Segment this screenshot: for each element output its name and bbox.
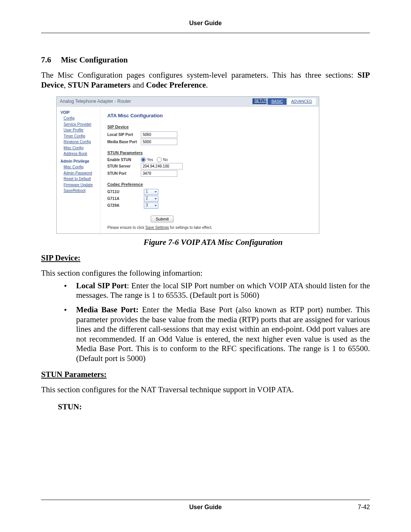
stun-server-input[interactable] bbox=[141, 163, 183, 169]
stun-head: STUN Parameters bbox=[107, 150, 315, 155]
footer-rule bbox=[41, 500, 370, 500]
g711a-select[interactable]: 2 bbox=[144, 196, 158, 202]
stun-parameters-desc: This section configures for the NAT Trav… bbox=[41, 385, 370, 395]
config-panel: ATA Misc Configuration SIP Device Local … bbox=[100, 107, 319, 233]
g711u-label: G711U bbox=[107, 190, 141, 194]
nav-group-admin: Admin Privilege bbox=[61, 158, 100, 165]
enable-stun-yes[interactable]: Yes bbox=[141, 157, 153, 162]
window-titlebar: Analog Telephone Adapter - Router SETUP … bbox=[57, 97, 319, 107]
nav-config[interactable]: Config bbox=[64, 115, 100, 121]
panel-title: ATA Misc Configuration bbox=[107, 113, 315, 118]
enable-stun-label: Enable STUN bbox=[107, 158, 141, 162]
bullet-media-base-port: Media Base Port: Enter the Media Base Po… bbox=[64, 305, 370, 364]
save-note: Please ensure to click Save Settings for… bbox=[107, 225, 315, 230]
g711u-select[interactable]: 1 bbox=[144, 189, 158, 195]
page-number: 7-42 bbox=[324, 504, 370, 511]
window-title: Analog Telephone Adapter - Router bbox=[60, 99, 249, 104]
figure-7-6: Analog Telephone Adapter - Router SETUP … bbox=[56, 96, 370, 247]
stun-port-input[interactable] bbox=[141, 170, 177, 177]
intro-paragraph: The Misc Configuration pages configures … bbox=[41, 70, 370, 90]
nav-group-voip: VOIP bbox=[61, 110, 70, 115]
bullet-local-sip-port: Local SIP Port: Enter the local SIP Port… bbox=[64, 281, 370, 300]
submit-button[interactable]: Submit bbox=[151, 216, 174, 222]
stun-port-label: STUN Port bbox=[107, 171, 141, 176]
nav-admin-misc-config[interactable]: Misc Config bbox=[64, 164, 100, 170]
media-base-port-label: Media Base Port bbox=[107, 140, 141, 144]
nav-service-provider[interactable]: Service Provider bbox=[64, 121, 100, 128]
nav-reset-to-default[interactable]: Reset to Default bbox=[64, 176, 100, 182]
g729a-select[interactable]: 3 bbox=[144, 203, 158, 209]
stun-parameters-subhead: STUN Parameters: bbox=[41, 370, 370, 379]
section-title: Misc Configuration bbox=[61, 55, 128, 64]
local-sip-port-input[interactable] bbox=[141, 131, 177, 138]
stun-server-label: STUN Server bbox=[107, 164, 141, 168]
tab-basic[interactable]: BASIC bbox=[268, 98, 287, 105]
g711a-label: G711A bbox=[107, 197, 141, 201]
section-heading: 7.6Misc Configuration bbox=[41, 55, 370, 65]
sidebar: VOIP Config Service Provider User Profil… bbox=[57, 107, 100, 233]
nav-admin-password[interactable]: Admin Password bbox=[64, 170, 100, 176]
footer-title: User Guide bbox=[87, 504, 324, 511]
header-rule bbox=[41, 33, 370, 33]
nav-firmware-update[interactable]: Firmware Update bbox=[64, 182, 100, 188]
sip-device-subhead: SIP Device: bbox=[41, 253, 370, 263]
nav-user-profile[interactable]: User Profile bbox=[64, 127, 100, 133]
sip-device-head: SIP Device bbox=[107, 125, 315, 129]
page-footer: User Guide 7-42 bbox=[41, 496, 370, 511]
nav-ringtone-config[interactable]: Ringtone Config bbox=[64, 139, 100, 145]
media-base-port-input[interactable] bbox=[141, 139, 177, 145]
nav-misc-config[interactable]: Misc Config bbox=[64, 145, 100, 151]
codec-head: Codec Preference bbox=[107, 182, 315, 187]
tab-advanced[interactable]: ADVANCED bbox=[287, 98, 316, 105]
section-number: 7.6 bbox=[41, 55, 61, 65]
tab-setup[interactable]: SETUP bbox=[252, 98, 267, 104]
sip-device-desc: This section configures the following in… bbox=[41, 268, 370, 278]
ata-window: Analog Telephone Adapter - Router SETUP … bbox=[56, 96, 319, 234]
nav-address-book[interactable]: Address Book bbox=[64, 151, 100, 157]
nav-save-reboot[interactable]: Save/Reboot bbox=[64, 188, 100, 194]
stun-subhead: STUN: bbox=[58, 402, 370, 412]
enable-stun-no[interactable]: No bbox=[157, 157, 168, 162]
g729a-label: G729A bbox=[107, 203, 141, 208]
figure-caption: Figure 7-6 VOIP ATA Misc Configuration bbox=[56, 238, 370, 247]
header-title: User Guide bbox=[41, 20, 370, 27]
nav-timer-config[interactable]: Timer Config bbox=[64, 133, 100, 139]
local-sip-port-label: Local SIP Port bbox=[107, 133, 141, 137]
